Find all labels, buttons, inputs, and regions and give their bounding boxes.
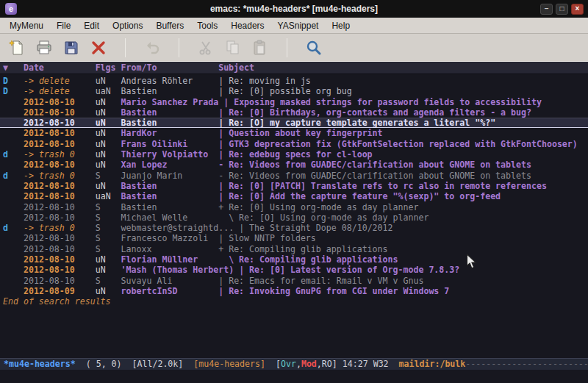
title-bar: e emacs: *mu4e-headers* [mu4e-headers] –… xyxy=(0,0,588,18)
menu-mymenu[interactable]: MyMenu xyxy=(3,18,50,33)
menu-options[interactable]: Options xyxy=(106,18,149,33)
modeline-segment: RO xyxy=(322,359,332,369)
menu-headers[interactable]: Headers xyxy=(224,18,270,33)
copy-button xyxy=(222,37,244,59)
echo-area xyxy=(0,370,588,383)
new-file-button[interactable] xyxy=(6,37,28,59)
message-row[interactable]: 2012-08-10 uN Xan Lopez - Re: Videos fro… xyxy=(0,160,588,170)
window-controls: – □ × xyxy=(540,4,584,15)
kill-buffer-icon xyxy=(90,39,107,57)
menu-edit[interactable]: Edit xyxy=(77,18,106,33)
modeline-segment: -------------------------- xyxy=(465,359,588,369)
menu-file[interactable]: File xyxy=(50,18,77,33)
cut-icon xyxy=(197,39,215,57)
modeline-segment: , xyxy=(296,359,301,369)
message-row[interactable]: D -> delete uN Andreas Röhler | Re: movi… xyxy=(0,76,588,86)
message-row[interactable]: 2012-08-10 uN Bastien | Re: [0] Birthday… xyxy=(0,107,588,118)
message-row[interactable]: d -> trash 0 S webmaster@straightd... | … xyxy=(0,223,588,233)
message-row[interactable]: 2012-08-10 uN Bastien | Re: [O] my captu… xyxy=(0,118,588,128)
modeline-segment: ] xyxy=(332,359,343,369)
header-line: ▼ Date Flgs From/To Subject xyxy=(0,62,588,74)
message-row[interactable]: 2012-08-10 S Bastien + Re: [0] Using org… xyxy=(0,202,588,212)
toolbar-separator xyxy=(179,38,179,57)
menu-yasnippet[interactable]: YASnippet xyxy=(271,18,326,33)
modeline-segment: 14:27 W32 xyxy=(343,359,399,369)
modeline-segment: Ovr xyxy=(281,359,296,369)
message-row[interactable]: 2012-08-10 uN 'Mash (Thomas Herbert) | R… xyxy=(0,265,588,275)
modeline-segment: *mu4e-headers* xyxy=(4,359,76,369)
save-button[interactable] xyxy=(60,37,82,59)
paste-icon xyxy=(251,39,269,57)
maximize-button[interactable]: □ xyxy=(556,4,568,15)
menu-bar: MyMenuFileEditOptionsBuffersToolsHeaders… xyxy=(0,18,588,34)
undo-icon xyxy=(143,39,161,57)
print-button[interactable] xyxy=(33,37,55,59)
emacs-icon: e xyxy=(5,3,17,15)
end-of-results: End of search results xyxy=(0,296,588,307)
message-row[interactable]: D -> delete uaN Bastien | Re: [0] possib… xyxy=(0,86,588,96)
menu-help[interactable]: Help xyxy=(325,18,356,33)
print-icon xyxy=(35,39,53,57)
message-row[interactable]: 2012-08-10 uN Frans Oilinki | GTK3 depre… xyxy=(0,139,588,149)
menu-tools[interactable]: Tools xyxy=(190,18,224,33)
window-title: emacs: *mu4e-headers* [mu4e-headers] xyxy=(0,4,588,14)
close-button[interactable]: × xyxy=(571,4,584,15)
message-row[interactable]: d -> trash 0 uN Thierry Volpiatto | Re: … xyxy=(0,149,588,160)
toolbar xyxy=(0,34,588,62)
message-row[interactable]: 2012-08-10 uN HardKor | Question about k… xyxy=(0,128,588,138)
message-row[interactable]: 2012-08-10 S Michael Welle \ Re: [O] Usi… xyxy=(0,212,588,223)
message-row[interactable]: d -> trash 0 S Juanjo Marin - Re: Videos… xyxy=(0,171,588,181)
search-button[interactable] xyxy=(303,37,325,59)
mode-line: *mu4e-headers* ( 5, 0) [All/2.0k] [mu4e-… xyxy=(0,358,588,370)
message-row[interactable]: 2012-08-10 uN Florian Müllner \ Re: Comp… xyxy=(0,254,588,265)
cut-button xyxy=(195,37,217,59)
message-row[interactable]: 2012-08-10 S Francesco Mazzoli | Slow NN… xyxy=(0,233,588,243)
message-row[interactable]: 2012-08-10 S Lanoxx + Re: Compiling glib… xyxy=(0,244,588,254)
undo-button xyxy=(141,37,163,59)
message-row[interactable]: 2012-08-09 uN robertcInSD | Re: Invoking… xyxy=(0,286,588,296)
modeline-segment: ( 5, 0) [All/2.0k] xyxy=(76,359,194,369)
new-file-icon xyxy=(8,39,26,57)
toolbar-separator xyxy=(287,38,287,57)
message-row[interactable]: 2012-08-10 uN Mario Sanchez Prada | Expo… xyxy=(0,97,588,107)
paste-button xyxy=(249,37,271,59)
search-icon xyxy=(305,39,323,57)
minimize-button[interactable]: – xyxy=(540,4,553,15)
modeline-segment: [ xyxy=(265,359,281,369)
menu-buffers[interactable]: Buffers xyxy=(149,18,190,33)
modeline-segment: Mod xyxy=(301,359,317,369)
message-row[interactable]: 2012-08-10 uN Bastien | Re: [0] [PATCH] … xyxy=(0,181,588,191)
toolbar-separator xyxy=(125,38,126,57)
emacs-frame: ▼ Date Flgs From/To Subject D -> delete … xyxy=(0,62,588,383)
message-row[interactable]: 2012-08-10 S Suvayu Ali | Re: Emacs for … xyxy=(0,276,588,286)
modeline-segment: maildir:/bulk xyxy=(399,359,466,369)
kill-buffer-button[interactable] xyxy=(87,37,110,59)
buffer: D -> delete uN Andreas Röhler | Re: movi… xyxy=(0,74,588,358)
copy-icon xyxy=(224,39,242,57)
message-row[interactable]: 2012-08-10 uaN Bastien | Re: [0] Add the… xyxy=(0,191,588,201)
modeline-segment: [mu4e-headers] xyxy=(193,359,265,369)
modeline-segment: , xyxy=(317,359,322,369)
save-icon xyxy=(62,39,80,57)
